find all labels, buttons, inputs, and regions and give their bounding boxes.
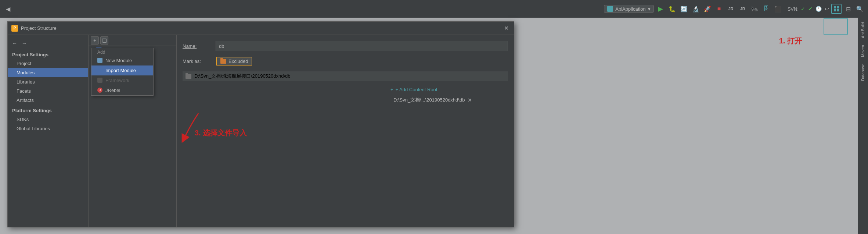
svn-commit-btn[interactable]: ✔	[808, 6, 813, 12]
dialog-body: ← → Project Settings Project Modules Lib…	[8, 35, 514, 227]
annotation-step1: 1. 打开	[779, 36, 802, 46]
dropdown-header: Add	[91, 48, 153, 56]
toolbar-highlight	[824, 18, 848, 35]
database-panel-tab[interactable]: Database	[859, 61, 867, 84]
sidebar-item-project[interactable]: Project	[8, 59, 88, 68]
maven-panel-tab[interactable]: Maven	[859, 42, 867, 60]
name-label: Name:	[183, 43, 212, 49]
import-icon	[97, 68, 102, 73]
mark-as-row: Mark as: Excluded	[183, 57, 508, 65]
dropdown-item-jrebel[interactable]: J JRebel	[91, 85, 153, 95]
import-module-label: Import Module	[105, 68, 136, 73]
add-content-root-btn[interactable]: + + Add Content Root	[390, 87, 508, 92]
module-toolbar: + Add New Module Import Modul	[89, 35, 176, 46]
svn-history-btn[interactable]: 🕐	[815, 6, 822, 12]
svg-rect-2	[834, 9, 836, 11]
right-side-panels: Ant Build Maven Database	[858, 18, 868, 234]
svg-rect-1	[837, 6, 839, 8]
toolbar: ◀ ApiApplication ▾ ▶ 🐛 🔄 🔬 🚀 ■ JR JR 🐜 🗄…	[0, 0, 868, 18]
sidebar-item-facets[interactable]: Facets	[8, 86, 88, 96]
window-btn[interactable]: ⊟	[843, 4, 853, 14]
svg-rect-3	[837, 9, 839, 11]
sidebar-item-libraries[interactable]: Libraries	[8, 77, 88, 86]
nav-back-btn[interactable]: ←	[11, 39, 19, 47]
module-tree-panel: + Add New Module Import Modul	[89, 35, 177, 227]
stop-button[interactable]: ■	[714, 4, 724, 14]
copy-icon: ❑	[102, 38, 107, 43]
add-content-root-label: + Add Content Root	[396, 87, 437, 92]
svn-check-btn[interactable]: ✓	[801, 6, 805, 12]
new-module-label: New Module	[105, 58, 132, 63]
add-dropdown-menu: Add New Module Import Module	[91, 48, 154, 96]
name-input[interactable]	[216, 41, 508, 51]
svn-label: SVN:	[788, 6, 799, 12]
run-config-selector[interactable]: ApiApplication ▾	[604, 5, 653, 13]
jrebel-button[interactable]: JR	[738, 4, 748, 14]
sidebar-item-global-libraries[interactable]: Global Libraries	[8, 124, 88, 133]
right-content-panel: Name: Mark as: Excluded D:\	[177, 35, 514, 227]
sidebar-item-sdks[interactable]: SDKs	[8, 115, 88, 124]
svn-revert-btn[interactable]: ↩	[825, 6, 829, 12]
run-config-icon	[607, 6, 613, 12]
folder-icon-gray	[186, 74, 191, 79]
run-button[interactable]: ▶	[655, 4, 666, 14]
dialog-close-btn[interactable]: ✕	[502, 24, 510, 32]
ant-build-panel-tab[interactable]: Ant Build	[859, 19, 867, 41]
svg-rect-0	[834, 6, 836, 8]
database-button[interactable]: 🗄	[761, 4, 771, 14]
main-area: P Project Structure ✕ ← → Project Settin…	[0, 18, 868, 234]
run-config-label: ApiApplication	[615, 6, 645, 12]
search-everywhere-btn[interactable]: 🔍	[855, 4, 865, 14]
content-root-item: D:\Svn_文档\珠海航展接口\20190520dxhd\db	[183, 71, 508, 81]
content-root-path-value: D:\Svn_文档\...\20190520dxhd\db	[393, 97, 465, 103]
plus-content-root-icon: +	[390, 87, 393, 92]
jrebel-icon: J	[97, 88, 102, 93]
sidebar-item-artifacts[interactable]: Artifacts	[8, 96, 88, 105]
back-nav-btn[interactable]: ◀	[3, 4, 13, 14]
project-structure-dialog: P Project Structure ✕ ← → Project Settin…	[7, 21, 514, 227]
build-button[interactable]: JR	[726, 4, 736, 14]
dropdown-item-framework: Framework	[91, 75, 153, 85]
dropdown-item-new-module[interactable]: New Module	[91, 56, 153, 65]
plus-icon: +	[93, 38, 96, 43]
project-structure-btn[interactable]	[831, 4, 842, 14]
add-module-btn[interactable]: + Add New Module Import Modul	[91, 36, 99, 45]
path-value: D:\Svn_文档\珠海航展接口\20190520dxhd\db	[194, 73, 291, 79]
content-root-close-btn[interactable]: ✕	[468, 97, 472, 103]
dialog-titlebar: P Project Structure ✕	[8, 22, 514, 35]
dialog-icon: P	[11, 25, 18, 32]
debug-button[interactable]: 🐛	[667, 4, 677, 14]
ant-button[interactable]: 🐜	[749, 4, 760, 14]
sidebar-item-modules[interactable]: Modules	[8, 68, 88, 77]
dialog-title: Project Structure	[21, 25, 57, 31]
profile-button[interactable]: 🚀	[702, 4, 713, 14]
excluded-badge[interactable]: Excluded	[216, 57, 252, 65]
dropdown-item-import-module[interactable]: Import Module	[91, 65, 153, 75]
dropdown-arrow-icon: ▾	[648, 6, 651, 12]
module-small-icon	[97, 58, 102, 63]
sidebar: ← → Project Settings Project Modules Lib…	[8, 35, 89, 227]
excluded-label: Excluded	[228, 58, 248, 64]
copy-module-btn[interactable]: ❑	[100, 36, 108, 45]
name-field-row: Name:	[183, 41, 508, 51]
nav-forward-btn[interactable]: →	[20, 39, 28, 47]
coverage-button[interactable]: 🔬	[691, 4, 701, 14]
project-settings-label: Project Settings	[8, 49, 88, 59]
stop2-button[interactable]: ⬛	[773, 4, 783, 14]
excluded-folder-icon	[220, 59, 226, 64]
framework-label: Framework	[105, 78, 129, 83]
jrebel-label: JRebel	[105, 88, 120, 93]
sidebar-nav: ← →	[8, 38, 88, 49]
platform-settings-label: Platform Settings	[8, 105, 88, 115]
rerun-button[interactable]: 🔄	[679, 4, 689, 14]
framework-icon	[97, 78, 102, 83]
content-root-path: D:\Svn_文档\...\20190520dxhd\db ✕	[390, 95, 508, 105]
mark-as-label: Mark as:	[183, 58, 212, 64]
